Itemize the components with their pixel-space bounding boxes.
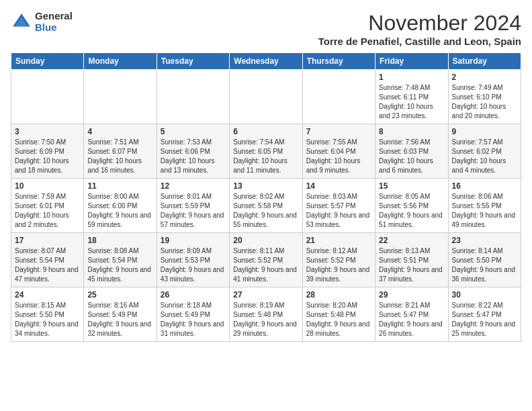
day-number: 7 xyxy=(306,127,371,136)
day-info: Sunrise: 7:56 AM Sunset: 6:03 PM Dayligh… xyxy=(379,138,444,175)
calendar-cell xyxy=(230,70,302,124)
day-number: 1 xyxy=(379,73,444,82)
day-number: 19 xyxy=(161,236,226,245)
calendar-week-row: 17Sunrise: 8:07 AM Sunset: 5:54 PM Dayli… xyxy=(11,233,521,287)
day-info: Sunrise: 8:07 AM Sunset: 5:54 PM Dayligh… xyxy=(15,246,80,284)
logo-general: General xyxy=(35,11,73,22)
calendar-week-row: 24Sunrise: 8:15 AM Sunset: 5:50 PM Dayli… xyxy=(11,287,521,342)
calendar-cell: 28Sunrise: 8:20 AM Sunset: 5:48 PM Dayli… xyxy=(302,287,375,342)
day-info: Sunrise: 8:20 AM Sunset: 5:48 PM Dayligh… xyxy=(306,301,371,338)
calendar-table: SundayMondayTuesdayWednesdayThursdayFrid… xyxy=(11,52,521,342)
logo-blue: Blue xyxy=(35,22,73,34)
calendar-cell: 6Sunrise: 7:54 AM Sunset: 6:05 PM Daylig… xyxy=(230,124,302,179)
day-info: Sunrise: 8:00 AM Sunset: 6:00 PM Dayligh… xyxy=(87,192,152,230)
location-title: Torre de Penafiel, Castille and Leon, Sp… xyxy=(318,36,521,47)
day-header-sunday: Sunday xyxy=(11,53,84,70)
day-info: Sunrise: 7:48 AM Sunset: 6:11 PM Dayligh… xyxy=(379,83,444,121)
calendar-cell: 18Sunrise: 8:08 AM Sunset: 5:54 PM Dayli… xyxy=(84,233,157,287)
day-header-thursday: Thursday xyxy=(302,53,375,70)
calendar-cell: 12Sunrise: 8:01 AM Sunset: 5:59 PM Dayli… xyxy=(157,179,229,233)
calendar-cell: 10Sunrise: 7:59 AM Sunset: 6:01 PM Dayli… xyxy=(11,179,84,233)
calendar-header-row: SundayMondayTuesdayWednesdayThursdayFrid… xyxy=(11,53,521,70)
day-info: Sunrise: 8:03 AM Sunset: 5:57 PM Dayligh… xyxy=(306,192,371,230)
calendar-cell: 30Sunrise: 8:22 AM Sunset: 5:47 PM Dayli… xyxy=(448,287,521,342)
calendar-cell: 27Sunrise: 8:19 AM Sunset: 5:48 PM Dayli… xyxy=(230,287,302,342)
day-number: 12 xyxy=(161,181,226,191)
calendar-cell: 11Sunrise: 8:00 AM Sunset: 6:00 PM Dayli… xyxy=(84,179,157,233)
calendar-cell: 13Sunrise: 8:02 AM Sunset: 5:58 PM Dayli… xyxy=(230,179,302,233)
calendar-cell xyxy=(157,70,229,124)
day-number: 8 xyxy=(379,127,444,136)
calendar-cell xyxy=(84,70,157,124)
calendar-cell: 22Sunrise: 8:13 AM Sunset: 5:51 PM Dayli… xyxy=(375,233,448,287)
day-number: 13 xyxy=(233,181,298,191)
calendar-cell: 8Sunrise: 7:56 AM Sunset: 6:03 PM Daylig… xyxy=(375,124,448,179)
day-number: 5 xyxy=(161,127,226,136)
day-info: Sunrise: 8:05 AM Sunset: 5:56 PM Dayligh… xyxy=(379,192,444,230)
day-number: 26 xyxy=(161,290,226,300)
day-info: Sunrise: 8:16 AM Sunset: 5:49 PM Dayligh… xyxy=(87,301,152,338)
calendar-week-row: 10Sunrise: 7:59 AM Sunset: 6:01 PM Dayli… xyxy=(11,179,521,233)
day-info: Sunrise: 8:13 AM Sunset: 5:51 PM Dayligh… xyxy=(379,246,444,284)
page-header: General Blue November 2024 Torre de Pena… xyxy=(11,11,521,47)
day-number: 11 xyxy=(87,181,152,191)
calendar-cell: 20Sunrise: 8:11 AM Sunset: 5:52 PM Dayli… xyxy=(230,233,302,287)
calendar-cell: 25Sunrise: 8:16 AM Sunset: 5:49 PM Dayli… xyxy=(84,287,157,342)
day-header-monday: Monday xyxy=(84,53,157,70)
calendar-cell xyxy=(302,70,375,124)
calendar-cell: 19Sunrise: 8:09 AM Sunset: 5:53 PM Dayli… xyxy=(157,233,229,287)
day-info: Sunrise: 8:09 AM Sunset: 5:53 PM Dayligh… xyxy=(161,246,226,284)
calendar-cell: 29Sunrise: 8:21 AM Sunset: 5:47 PM Dayli… xyxy=(375,287,448,342)
day-number: 30 xyxy=(452,290,517,300)
day-header-wednesday: Wednesday xyxy=(230,53,302,70)
calendar-cell: 4Sunrise: 7:51 AM Sunset: 6:07 PM Daylig… xyxy=(84,124,157,179)
calendar-cell: 16Sunrise: 8:06 AM Sunset: 5:55 PM Dayli… xyxy=(448,179,521,233)
day-number: 15 xyxy=(379,181,444,191)
day-info: Sunrise: 8:22 AM Sunset: 5:47 PM Dayligh… xyxy=(452,301,517,338)
calendar-cell: 24Sunrise: 8:15 AM Sunset: 5:50 PM Dayli… xyxy=(11,287,84,342)
calendar-week-row: 3Sunrise: 7:50 AM Sunset: 6:09 PM Daylig… xyxy=(11,124,521,179)
day-number: 3 xyxy=(15,127,80,136)
day-info: Sunrise: 7:57 AM Sunset: 6:02 PM Dayligh… xyxy=(452,138,517,175)
day-info: Sunrise: 8:08 AM Sunset: 5:54 PM Dayligh… xyxy=(87,246,152,284)
day-number: 14 xyxy=(306,181,371,191)
day-number: 6 xyxy=(233,127,298,136)
calendar-cell: 26Sunrise: 8:18 AM Sunset: 5:49 PM Dayli… xyxy=(157,287,229,342)
title-block: November 2024 Torre de Penafiel, Castill… xyxy=(318,11,521,47)
calendar-week-row: 1Sunrise: 7:48 AM Sunset: 6:11 PM Daylig… xyxy=(11,70,521,124)
day-header-saturday: Saturday xyxy=(448,53,521,70)
calendar-cell: 5Sunrise: 7:53 AM Sunset: 6:06 PM Daylig… xyxy=(157,124,229,179)
day-info: Sunrise: 8:21 AM Sunset: 5:47 PM Dayligh… xyxy=(379,301,444,338)
calendar-cell: 21Sunrise: 8:12 AM Sunset: 5:52 PM Dayli… xyxy=(302,233,375,287)
day-number: 18 xyxy=(87,236,152,245)
day-info: Sunrise: 7:55 AM Sunset: 6:04 PM Dayligh… xyxy=(306,138,371,175)
day-number: 9 xyxy=(452,127,517,136)
day-info: Sunrise: 8:06 AM Sunset: 5:55 PM Dayligh… xyxy=(452,192,517,230)
day-number: 16 xyxy=(452,181,517,191)
calendar-cell xyxy=(11,70,84,124)
day-number: 4 xyxy=(87,127,152,136)
day-info: Sunrise: 7:59 AM Sunset: 6:01 PM Dayligh… xyxy=(15,192,80,230)
day-info: Sunrise: 8:12 AM Sunset: 5:52 PM Dayligh… xyxy=(306,246,371,284)
day-info: Sunrise: 8:18 AM Sunset: 5:49 PM Dayligh… xyxy=(161,301,226,338)
day-info: Sunrise: 8:15 AM Sunset: 5:50 PM Dayligh… xyxy=(15,301,80,338)
logo-icon xyxy=(11,11,32,33)
day-number: 27 xyxy=(233,290,298,300)
day-info: Sunrise: 8:01 AM Sunset: 5:59 PM Dayligh… xyxy=(161,192,226,230)
day-number: 28 xyxy=(306,290,371,300)
day-number: 2 xyxy=(452,73,517,82)
calendar-cell: 2Sunrise: 7:49 AM Sunset: 6:10 PM Daylig… xyxy=(448,70,521,124)
day-info: Sunrise: 7:54 AM Sunset: 6:05 PM Dayligh… xyxy=(233,138,298,175)
calendar-cell: 7Sunrise: 7:55 AM Sunset: 6:04 PM Daylig… xyxy=(302,124,375,179)
day-number: 21 xyxy=(306,236,371,245)
day-info: Sunrise: 8:14 AM Sunset: 5:50 PM Dayligh… xyxy=(452,246,517,284)
calendar-cell: 14Sunrise: 8:03 AM Sunset: 5:57 PM Dayli… xyxy=(302,179,375,233)
calendar-cell: 3Sunrise: 7:50 AM Sunset: 6:09 PM Daylig… xyxy=(11,124,84,179)
calendar-cell: 17Sunrise: 8:07 AM Sunset: 5:54 PM Dayli… xyxy=(11,233,84,287)
calendar-cell: 15Sunrise: 8:05 AM Sunset: 5:56 PM Dayli… xyxy=(375,179,448,233)
day-number: 10 xyxy=(15,181,80,191)
day-number: 22 xyxy=(379,236,444,245)
logo-text: General Blue xyxy=(35,11,73,33)
day-header-friday: Friday xyxy=(375,53,448,70)
day-number: 24 xyxy=(15,290,80,300)
